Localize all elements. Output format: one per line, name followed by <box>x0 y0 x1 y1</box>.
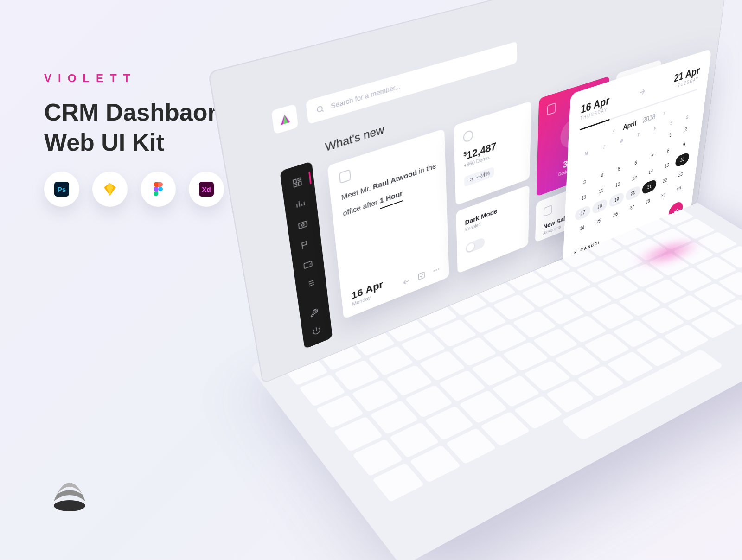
calendar-day[interactable]: 22 <box>658 172 672 189</box>
svg-point-19 <box>433 270 435 272</box>
calendar-day[interactable]: 15 <box>659 158 674 174</box>
search-placeholder: Search for a member... <box>330 82 401 110</box>
sidebar-item-flag[interactable] <box>300 238 312 250</box>
calendar-day[interactable]: 18 <box>592 198 608 215</box>
expand-icon <box>547 102 556 116</box>
calendar-day[interactable]: 25 <box>591 213 607 229</box>
sidebar-item-analytics[interactable] <box>294 197 307 210</box>
svg-point-7 <box>54 500 85 511</box>
svg-rect-14 <box>294 184 297 187</box>
prev-month-button[interactable] <box>611 127 617 135</box>
search-input[interactable]: Search for a member... <box>306 41 517 124</box>
title-line-2: Web UI Kit <box>44 129 164 156</box>
sidebar <box>280 161 333 349</box>
crown-logo <box>44 465 95 516</box>
calendar-day[interactable]: 24 <box>574 220 590 237</box>
calendar-day[interactable]: 12 <box>610 176 626 193</box>
calendar-day[interactable]: 23 <box>673 166 688 183</box>
share-icon[interactable] <box>402 276 410 287</box>
revenue-trend: +24% <box>464 166 494 187</box>
next-month-button[interactable] <box>661 109 667 117</box>
task-countdown: 1 Hour <box>379 188 403 209</box>
trend-up-icon <box>468 176 474 183</box>
task-card[interactable]: Meet Mr. Raul Atwood in the office after… <box>327 128 449 319</box>
calendar-day[interactable]: 30 <box>672 181 686 197</box>
calendar-day[interactable]: 11 <box>593 183 609 200</box>
calendar-day[interactable]: 27 <box>624 200 639 216</box>
sparkles-icon <box>544 204 552 217</box>
calendar-day[interactable]: 1 <box>662 127 678 144</box>
sidebar-item-list[interactable] <box>305 277 316 289</box>
photoshop-icon: Ps <box>44 172 79 207</box>
svg-point-4 <box>158 187 163 191</box>
svg-rect-13 <box>298 181 301 185</box>
svg-rect-17 <box>304 261 312 269</box>
calendar-day[interactable]: 2 <box>678 121 694 138</box>
svg-rect-18 <box>418 272 424 280</box>
search-icon <box>315 104 325 115</box>
svg-point-16 <box>301 223 304 226</box>
calendar-day[interactable]: 4 <box>594 167 610 184</box>
sidebar-item-dashboard[interactable] <box>292 176 304 189</box>
calendar-day[interactable]: 9 <box>677 137 691 153</box>
svg-rect-15 <box>299 221 307 229</box>
section-heading: What's new <box>325 123 385 155</box>
calendar-day[interactable]: 29 <box>656 187 671 204</box>
darkmode-toggle[interactable] <box>466 237 485 255</box>
calendar-day[interactable]: 21 <box>642 178 657 195</box>
app-logo[interactable] <box>271 104 299 134</box>
sidebar-item-settings[interactable] <box>309 307 320 318</box>
calendar-day[interactable]: 28 <box>640 193 655 210</box>
calendar-day[interactable]: 13 <box>627 170 642 186</box>
arrow-right-icon <box>638 85 646 98</box>
figma-icon <box>141 172 176 207</box>
calendar-day[interactable]: 8 <box>661 142 676 159</box>
svg-point-10 <box>317 106 323 112</box>
svg-point-21 <box>438 268 439 270</box>
calendar-year: 2018 <box>642 113 656 125</box>
task-body: Meet Mr. Raul Atwood in the office after… <box>341 160 437 222</box>
svg-rect-12 <box>298 178 301 181</box>
more-icon[interactable] <box>432 265 440 275</box>
calendar-day[interactable]: 14 <box>643 164 659 180</box>
sidebar-item-power[interactable] <box>312 325 322 336</box>
calendar-day[interactable]: 6 <box>628 154 643 171</box>
sidebar-item-media[interactable] <box>297 218 309 231</box>
calendar-day[interactable]: 17 <box>575 204 591 222</box>
calendar-day[interactable]: 7 <box>645 148 660 165</box>
brand-label: VIOLETT <box>44 72 136 85</box>
sidebar-item-wallet[interactable] <box>303 258 314 270</box>
check-icon[interactable] <box>417 271 426 281</box>
calendar-day[interactable]: 5 <box>611 161 627 178</box>
svg-text:Ps: Ps <box>58 185 66 193</box>
sketch-icon <box>92 172 128 207</box>
card-icon <box>339 169 352 184</box>
clock-icon <box>463 129 473 143</box>
calendar-day[interactable]: 16 <box>675 152 690 168</box>
svg-rect-11 <box>293 179 296 184</box>
calendar-day[interactable]: 26 <box>608 206 623 223</box>
calendar-day[interactable]: 10 <box>576 189 591 206</box>
calendar-grid: MTWTFSS123456789101112131415161718192021… <box>574 113 695 236</box>
calendar-month: April <box>623 119 637 132</box>
calendar-day[interactable]: 3 <box>576 173 593 191</box>
svg-point-20 <box>435 269 437 271</box>
calendar-day[interactable]: 20 <box>626 185 641 202</box>
calendar-day[interactable]: 19 <box>609 191 624 208</box>
